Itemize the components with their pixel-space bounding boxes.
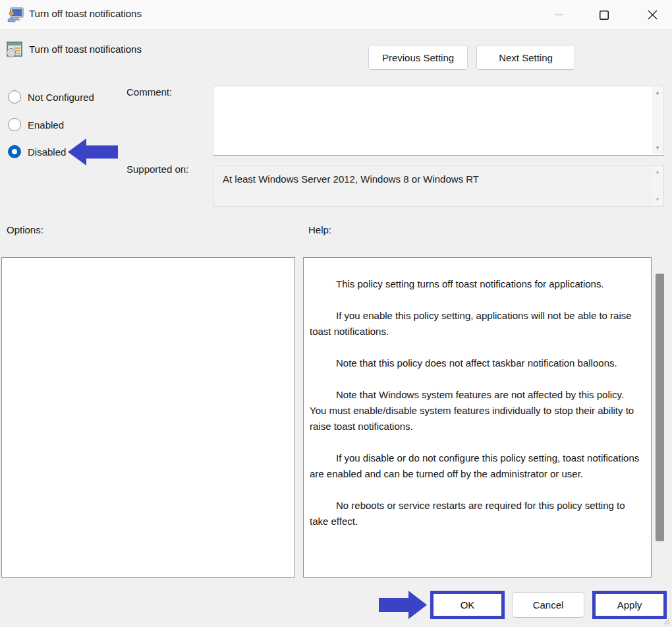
minimize-button[interactable] <box>544 0 574 30</box>
supported-on-value: At least Windows Server 2012, Windows 8 … <box>223 173 479 185</box>
help-paragraph: If you enable this policy setting, appli… <box>310 308 646 340</box>
cancel-button[interactable]: Cancel <box>512 592 584 618</box>
supported-on-box: At least Windows Server 2012, Windows 8 … <box>213 165 664 207</box>
resize-grip-icon[interactable] <box>662 617 670 625</box>
annotation-arrow-left-icon <box>68 137 118 167</box>
options-label: Options: <box>7 224 43 235</box>
help-paragraph: Note that this policy does not affect ta… <box>310 355 646 371</box>
radio-enabled[interactable]: Enabled <box>8 117 64 132</box>
minimize-icon <box>555 11 563 19</box>
comment-label: Comment: <box>126 86 172 98</box>
radio-circle-icon <box>8 90 21 104</box>
close-icon <box>648 10 658 20</box>
scroll-down-icon: ▼ <box>655 197 660 202</box>
policy-setting-dialog: Turn off toast notifications Turn off to… <box>0 0 672 627</box>
radio-label: Enabled <box>28 119 64 131</box>
radio-label: Disabled <box>28 146 66 158</box>
comment-scrollbar[interactable]: ▲ ▼ <box>652 87 663 154</box>
help-label: Help: <box>308 224 331 235</box>
radio-label: Not Configured <box>28 92 94 103</box>
scroll-down-icon[interactable]: ▼ <box>655 146 660 151</box>
help-panel: This policy setting turns off toast noti… <box>303 257 652 578</box>
ok-button[interactable]: OK <box>430 591 505 619</box>
radio-not-configured[interactable]: Not Configured <box>8 90 94 104</box>
help-paragraph: No reboots or service restarts are requi… <box>310 498 646 529</box>
next-setting-button[interactable]: Next Setting <box>476 45 575 70</box>
maximize-button[interactable] <box>589 0 619 30</box>
help-paragraph: This policy setting turns off toast noti… <box>310 276 646 292</box>
maximize-icon <box>600 11 609 20</box>
annotation-arrow-right-icon <box>379 589 427 620</box>
policy-setting-icon <box>5 40 24 60</box>
titlebar: Turn off toast notifications <box>0 0 672 30</box>
window-title: Turn off toast notifications <box>29 8 142 19</box>
supported-scrollbar: ▲ ▼ <box>652 166 663 206</box>
comment-textarea[interactable]: ▲ ▼ <box>213 86 664 156</box>
options-panel <box>1 257 295 578</box>
radio-circle-icon <box>8 145 21 158</box>
radio-circle-icon <box>8 118 21 131</box>
help-paragraph: Note that Windows system features are no… <box>310 387 646 434</box>
scroll-up-icon: ▲ <box>655 169 660 175</box>
supported-on-label: Supported on: <box>126 164 188 175</box>
help-paragraph: If you disable or do not configure this … <box>310 450 646 482</box>
previous-setting-button[interactable]: Previous Setting <box>368 45 468 70</box>
scroll-up-icon[interactable]: ▲ <box>655 90 660 96</box>
close-button[interactable] <box>637 0 667 30</box>
radio-disabled[interactable]: Disabled <box>8 144 66 159</box>
setting-title: Turn off toast notifications <box>29 44 142 55</box>
apply-button[interactable]: Apply <box>592 591 667 619</box>
help-scrollbar-thumb[interactable] <box>656 274 664 541</box>
group-policy-user-icon <box>7 6 24 24</box>
